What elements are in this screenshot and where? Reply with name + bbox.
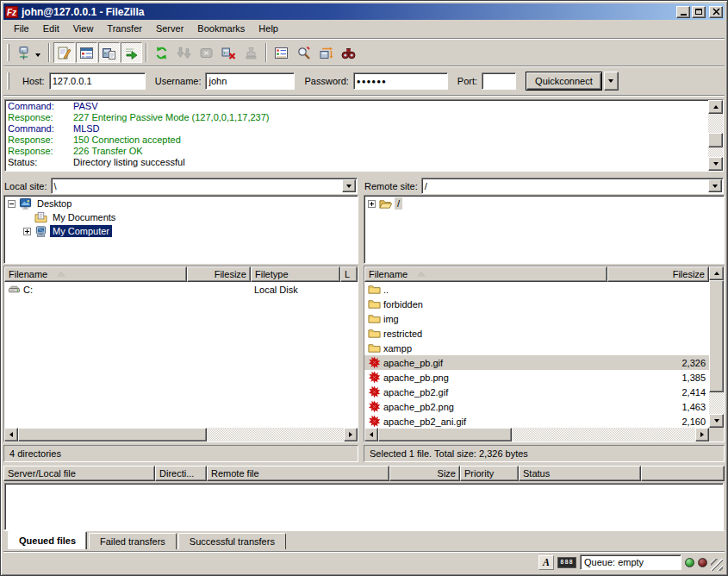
quickconnect-button[interactable]: Quickconnect xyxy=(526,72,602,91)
quickconnect-dropdown-button[interactable] xyxy=(604,72,619,91)
log-scrollbar[interactable] xyxy=(708,100,723,171)
local-file-list-body[interactable]: C:Local Disk xyxy=(4,282,358,428)
filename-text: apache_pb.png xyxy=(383,373,449,383)
scroll-up-button[interactable] xyxy=(709,266,724,280)
scrollbar-thumb[interactable] xyxy=(708,133,723,147)
column-header-status[interactable]: Status xyxy=(519,466,641,481)
column-header-filesize[interactable]: Filesize xyxy=(607,266,709,282)
plus-box-icon[interactable] xyxy=(368,200,376,208)
ascii-transfer-type-icon[interactable]: A xyxy=(538,555,554,570)
menu-bookmarks[interactable]: Bookmarks xyxy=(190,22,252,35)
column-header-filename[interactable]: Filename xyxy=(4,266,187,282)
column-header-filetype[interactable]: Filetype xyxy=(251,266,340,282)
cancel-operation-button[interactable] xyxy=(196,42,217,63)
file-row-item[interactable]: .. xyxy=(364,282,709,297)
file-row-apache-pb2-gif[interactable]: apache_pb2.gif2,414 xyxy=(364,385,709,399)
queue-body[interactable] xyxy=(4,483,724,530)
file-row-apache-pb2-ani-gif[interactable]: apache_pb2_ani.gif2,160 xyxy=(364,414,709,428)
titlebar[interactable]: Fz john@127.0.0.1 - FileZilla xyxy=(3,3,725,20)
tab-successful-transfers[interactable]: Successful transfers xyxy=(178,533,286,549)
file-row-apache-pb-gif[interactable]: apache_pb.gif2,326 xyxy=(364,355,709,370)
column-header-l[interactable]: L xyxy=(340,266,358,282)
toggle-transfer-queue-button[interactable] xyxy=(121,42,142,63)
scrollbar-thumb[interactable] xyxy=(709,280,724,392)
username-input[interactable] xyxy=(205,72,295,90)
toolbar xyxy=(3,41,725,65)
maximize-button[interactable] xyxy=(692,6,706,18)
minimize-button[interactable] xyxy=(676,6,690,18)
process-queue-button[interactable] xyxy=(173,42,195,63)
local-site-combobox[interactable]: \ xyxy=(51,178,358,194)
column-header-filesize[interactable]: Filesize xyxy=(187,266,251,282)
file-row-apache-pb-png[interactable]: apache_pb.png1,385 xyxy=(364,370,709,385)
plus-box-icon[interactable] xyxy=(23,228,31,235)
file-row-forbidden[interactable]: forbidden xyxy=(364,297,709,311)
scroll-right-button[interactable] xyxy=(695,428,709,441)
site-manager-button[interactable] xyxy=(14,42,45,63)
minus-box-icon[interactable] xyxy=(8,200,16,208)
toolbar-grip[interactable] xyxy=(7,44,9,61)
compare-directories-button[interactable] xyxy=(338,42,359,63)
column-header-filename[interactable]: Filename xyxy=(364,266,607,282)
remote-vscrollbar[interactable] xyxy=(709,266,724,428)
scroll-left-button[interactable] xyxy=(4,428,18,441)
scroll-up-button[interactable] xyxy=(708,100,723,114)
quickbar-grip[interactable] xyxy=(7,72,9,90)
tree-item-desktop[interactable]: Desktop xyxy=(4,197,358,210)
menu-server[interactable]: Server xyxy=(149,22,190,35)
file-row-restricted[interactable]: restricted xyxy=(364,326,709,341)
scrollbar-thumb[interactable] xyxy=(378,428,512,441)
column-header-size[interactable]: Size xyxy=(389,466,460,481)
column-header-directi[interactable]: Directi... xyxy=(155,466,207,481)
file-row-c[interactable]: C:Local Disk xyxy=(4,282,358,297)
verify-button[interactable] xyxy=(240,42,262,63)
column-header-remote-file[interactable]: Remote file xyxy=(207,466,389,481)
tree-item-my-documents[interactable]: My Documents xyxy=(4,210,358,224)
remote-view-icon xyxy=(102,46,116,60)
filename-text: forbidden xyxy=(383,299,423,310)
close-button[interactable] xyxy=(709,6,723,18)
tab-queued-files[interactable]: Queued files xyxy=(8,531,87,549)
column-header-server-local-file[interactable]: Server/Local file xyxy=(3,466,155,481)
local-site-dropdown-button[interactable] xyxy=(342,179,356,192)
scrollbar-thumb[interactable] xyxy=(18,428,207,441)
menu-transfer[interactable]: Transfer xyxy=(100,22,149,35)
local-hscrollbar[interactable] xyxy=(4,428,358,441)
menu-view[interactable]: View xyxy=(66,22,101,35)
file-row-xampp[interactable]: xampp xyxy=(364,341,709,355)
find-button[interactable] xyxy=(293,42,314,63)
filter-button[interactable] xyxy=(271,42,292,63)
menu-edit[interactable]: Edit xyxy=(36,22,66,35)
speed-limit-icon[interactable]: 888 xyxy=(557,557,576,568)
column-header-label: L xyxy=(345,269,350,279)
synchronize-button[interactable] xyxy=(315,42,337,63)
scroll-right-button[interactable] xyxy=(344,428,358,441)
disconnect-button[interactable] xyxy=(218,42,240,63)
tree-item-item[interactable]: / xyxy=(364,197,724,210)
remote-site-dropdown-button[interactable] xyxy=(708,179,722,192)
toggle-tree-view-button[interactable] xyxy=(76,42,97,63)
menu-file[interactable]: File xyxy=(7,22,36,35)
tree-item-my-computer[interactable]: My Computer xyxy=(4,224,358,238)
chevron-down-icon[interactable] xyxy=(34,47,42,59)
toggle-message-log-button[interactable] xyxy=(53,42,75,63)
scroll-left-button[interactable] xyxy=(364,428,378,441)
toggle-remote-view-button[interactable] xyxy=(98,42,120,63)
resize-grip[interactable] xyxy=(711,559,723,571)
remote-file-list-body[interactable]: ..forbiddenimgrestrictedxamppapache_pb.g… xyxy=(364,282,709,428)
remote-site-combobox[interactable]: / xyxy=(421,178,724,194)
file-row-apache-pb2-png[interactable]: apache_pb2.png1,463 xyxy=(364,399,709,414)
host-input[interactable] xyxy=(49,72,146,90)
scroll-down-button[interactable] xyxy=(708,157,723,171)
tab-failed-transfers[interactable]: Failed transfers xyxy=(89,533,177,549)
file-row-img[interactable]: img xyxy=(364,311,709,326)
scroll-down-button[interactable] xyxy=(709,414,724,428)
password-input[interactable] xyxy=(353,72,448,90)
transfer-queue-icon xyxy=(124,46,139,60)
port-input[interactable] xyxy=(482,72,516,90)
local-site-label: Local site: xyxy=(4,181,47,191)
refresh-button[interactable] xyxy=(151,42,172,63)
menu-help[interactable]: Help xyxy=(252,22,285,35)
remote-hscrollbar[interactable] xyxy=(364,428,709,441)
column-header-priority[interactable]: Priority xyxy=(460,466,519,481)
